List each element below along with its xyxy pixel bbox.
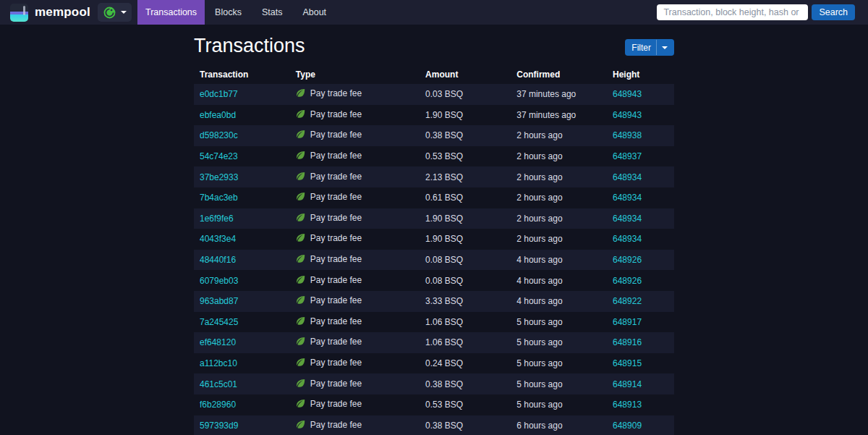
leaf-icon [296,130,305,141]
height-cell: 648938 [607,125,674,146]
type-label: Pay trade fee [310,358,362,368]
txid-cell: 48440f16 [194,250,290,271]
transaction-link[interactable]: 963abd87 [200,296,238,306]
transaction-link[interactable]: 461c5c01 [200,379,237,389]
height-link[interactable]: 648922 [613,296,642,306]
network-selector-dropdown[interactable] [98,3,132,22]
nav-item-blocks[interactable]: Blocks [205,0,252,25]
page-title: Transactions [194,35,305,57]
height-cell: 648913 [607,394,674,415]
transaction-link[interactable]: 597393d9 [200,421,238,431]
txid-cell: 597393d9 [194,415,290,435]
height-link[interactable]: 648943 [613,110,642,120]
height-link[interactable]: 648934 [613,214,642,224]
leaf-icon [296,275,305,287]
height-link[interactable]: 648913 [613,400,642,410]
type-label: Pay trade fee [310,254,362,264]
transaction-link[interactable]: 7a245425 [200,317,238,327]
table-row: 597393d9 Pay trade fee 0.38 BSQ 6 hours … [194,415,674,435]
type-cell: Pay trade fee [290,187,420,208]
height-cell: 648916 [607,332,674,353]
amount-cell: 1.90 BSQ [420,105,511,126]
txid-cell: d598230c [194,125,290,146]
height-link[interactable]: 648916 [613,337,642,347]
table-row: 963abd87 Pay trade fee 3.33 BSQ 4 hours … [194,291,674,312]
nav-item-stats[interactable]: Stats [252,0,293,25]
height-link[interactable]: 648943 [613,89,642,99]
transaction-link[interactable]: 7b4ac3eb [200,193,238,203]
height-link[interactable]: 648914 [613,379,642,389]
leaf-icon [296,88,305,100]
filter-button-label: Filter [631,43,651,53]
confirmed-cell: 5 hours ago [511,373,607,394]
confirmed-cell: 2 hours ago [511,146,607,167]
nav-item-about[interactable]: About [292,0,336,25]
search-input[interactable] [657,4,808,20]
table-row: 7a245425 Pay trade fee 1.06 BSQ 5 hours … [194,312,674,333]
confirmed-cell: 2 hours ago [511,187,607,208]
height-cell: 648943 [607,105,674,126]
type-cell: Pay trade fee [290,415,420,435]
transaction-link[interactable]: e0dc1b77 [200,89,238,99]
txid-cell: e0dc1b77 [194,84,290,105]
txid-cell: 963abd87 [194,291,290,312]
search-button[interactable]: Search [812,4,855,20]
leaf-icon [296,233,305,245]
height-cell: 648943 [607,84,674,105]
type-cell: Pay trade fee [290,394,420,415]
height-link[interactable]: 648934 [613,234,642,244]
table-row: f6b28960 Pay trade fee 0.53 BSQ 5 hours … [194,394,674,415]
filter-button-divider [656,40,657,55]
transaction-link[interactable]: d598230c [200,130,238,140]
bisq-logo-icon [103,6,116,20]
confirmed-cell: 2 hours ago [511,208,607,229]
table-header: Transaction Type Amount Confirmed Height [194,64,674,84]
height-link[interactable]: 648915 [613,358,642,368]
leaf-icon [296,379,305,390]
type-cell: Pay trade fee [290,332,420,353]
type-cell: Pay trade fee [290,270,420,291]
transaction-link[interactable]: 48440f16 [200,255,236,265]
table-row: 461c5c01 Pay trade fee 0.38 BSQ 5 hours … [194,373,674,394]
main-nav: Transactions Blocks Stats About [137,0,336,25]
height-link[interactable]: 648917 [613,317,642,327]
title-row: Transactions Filter [194,35,674,57]
confirmed-cell: 5 hours ago [511,353,607,374]
chevron-down-icon [662,46,668,49]
nav-item-transactions[interactable]: Transactions [137,0,205,25]
height-link[interactable]: 648926 [613,255,642,265]
type-label: Pay trade fee [310,88,362,98]
transaction-link[interactable]: 4043f3e4 [200,234,236,244]
height-link[interactable]: 648934 [613,193,642,203]
height-cell: 648937 [607,146,674,167]
transaction-link[interactable]: 37be2933 [200,172,238,182]
txid-cell: 7a245425 [194,312,290,333]
type-label: Pay trade fee [310,233,362,243]
transaction-link[interactable]: f6b28960 [200,400,236,410]
type-label: Pay trade fee [310,399,362,409]
transaction-link[interactable]: 1e6f9fe6 [200,214,234,224]
transaction-link[interactable]: 6079eb03 [200,276,238,286]
transaction-link[interactable]: a112bc10 [200,358,237,368]
height-link[interactable]: 648937 [613,151,642,161]
height-cell: 648909 [607,415,674,435]
amount-cell: 2.13 BSQ [420,166,511,187]
filter-button[interactable]: Filter [625,39,674,56]
transaction-link[interactable]: 54c74e23 [200,151,238,161]
transaction-link[interactable]: ef648120 [200,337,236,347]
type-label: Pay trade fee [310,379,362,389]
height-link[interactable]: 648926 [613,276,642,286]
confirmed-cell: 37 minutes ago [511,84,607,105]
amount-cell: 0.24 BSQ [420,353,511,374]
amount-cell: 0.08 BSQ [420,250,511,271]
amount-cell: 0.53 BSQ [420,146,511,167]
txid-cell: f6b28960 [194,394,290,415]
brand-home-link[interactable]: mempool [0,0,98,25]
transaction-link[interactable]: ebfea0bd [200,110,236,120]
header-amount: Amount [420,64,511,84]
height-link[interactable]: 648934 [613,172,642,182]
confirmed-cell: 2 hours ago [511,125,607,146]
header-height: Height [607,64,674,84]
height-link[interactable]: 648909 [613,421,642,431]
height-link[interactable]: 648938 [613,130,642,140]
